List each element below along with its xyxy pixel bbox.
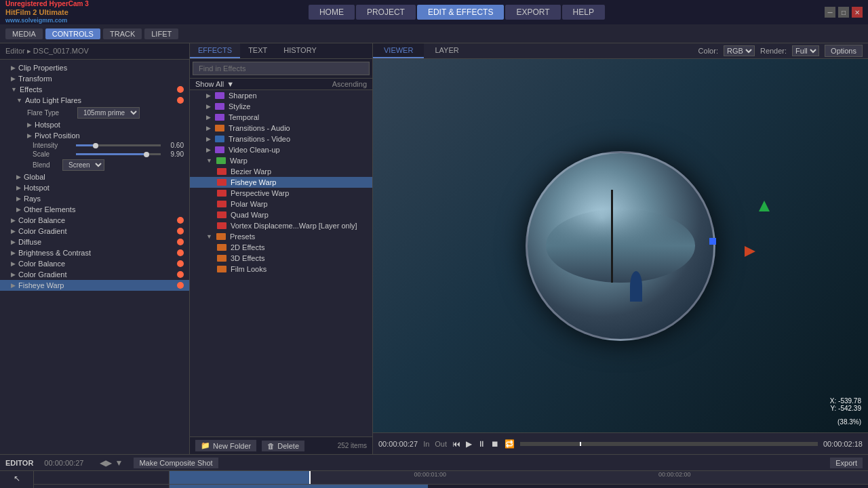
tab-text[interactable]: TEXT bbox=[240, 43, 275, 58]
expand-btn[interactable]: ◀▶ bbox=[100, 458, 112, 468]
left-item-colorbalance1[interactable]: ▶ Color Balance bbox=[0, 215, 189, 226]
tab-effects[interactable]: EFFECTS bbox=[190, 43, 240, 58]
delete-button[interactable]: 🗑 Delete bbox=[262, 441, 304, 451]
options-button[interactable]: Options bbox=[825, 45, 863, 57]
play-start-button[interactable]: ⏮ bbox=[452, 439, 460, 449]
left-item-hotspot[interactable]: ▶ Hotspot bbox=[0, 119, 189, 130]
marker-green bbox=[759, 201, 770, 211]
left-item-brightness[interactable]: ▶ Brightness & Contrast bbox=[0, 247, 189, 258]
expand-icon: ▶ bbox=[27, 121, 32, 128]
left-item-global[interactable]: ▶ Global bbox=[0, 171, 189, 182]
color-select[interactable]: RGB bbox=[724, 45, 755, 56]
eff-label: Fisheye Warp bbox=[231, 178, 276, 186]
nav-export[interactable]: EXPORT bbox=[505, 5, 560, 20]
eff-item-3d-effects[interactable]: 3D Effects bbox=[190, 253, 372, 264]
fisheye-preview bbox=[526, 151, 715, 341]
left-item-colorgradient2[interactable]: ▶ Color Gradient bbox=[0, 269, 189, 280]
eff-icon-temporal bbox=[215, 114, 224, 121]
select-tool[interactable]: ↖ bbox=[14, 474, 20, 483]
tab-media[interactable]: MEDIA bbox=[5, 28, 43, 39]
left-panel-content: ▶ Clip Properties ▶ Transform ▼ Effects … bbox=[0, 60, 189, 454]
minimize-button[interactable]: ─ bbox=[825, 7, 835, 18]
search-input[interactable] bbox=[193, 62, 370, 75]
left-item-colorgradient1[interactable]: ▶ Color Gradient bbox=[0, 226, 189, 237]
eff-item-warp[interactable]: ▼ Warp bbox=[190, 155, 372, 166]
eff-item-presets[interactable]: ▼ Presets bbox=[190, 231, 372, 242]
left-item-other[interactable]: ▶ Other Elements bbox=[0, 204, 189, 215]
viewer-panel: VIEWER LAYER Color: RGB Render: Full Opt… bbox=[373, 43, 868, 454]
track-controls: ↖ ⟺ ⇔ ✂ ⟷ bbox=[0, 471, 34, 488]
export-button[interactable]: Export bbox=[830, 458, 863, 468]
left-item-diffuse[interactable]: ▶ Diffuse bbox=[0, 237, 189, 247]
eff-item-2d-effects[interactable]: 2D Effects bbox=[190, 242, 372, 253]
eff-label: 2D Effects bbox=[231, 243, 265, 251]
blend-select[interactable]: Screen bbox=[62, 159, 104, 171]
eff-icon-polar bbox=[217, 201, 226, 207]
left-panel-header: Editor ▸ DSC_0017.MOV bbox=[0, 43, 189, 60]
left-item-clip-properties[interactable]: ▶ Clip Properties bbox=[0, 62, 189, 73]
eff-item-temporal[interactable]: ▶ Temporal bbox=[190, 112, 372, 123]
timeline-bar: 00:00:00:27 In Out ⏮ ▶ ⏸ ⏹ 🔁 00:00:02:18 bbox=[373, 432, 868, 454]
left-item-effects[interactable]: ▼ Effects bbox=[0, 84, 189, 95]
eff-item-bezier-warp[interactable]: Bezier Warp bbox=[190, 166, 372, 177]
nav-project[interactable]: PROJECT bbox=[356, 5, 416, 20]
eff-item-videocleanup[interactable]: ▶ Video Clean-up bbox=[190, 144, 372, 155]
left-item-hotspot2[interactable]: ▶ Hotspot bbox=[0, 182, 189, 193]
tab-viewer[interactable]: VIEWER bbox=[373, 43, 424, 58]
intensity-slider[interactable] bbox=[76, 144, 161, 146]
eff-icon-3d bbox=[217, 255, 226, 262]
tracks: ⟺ Track Name ▶ ⟺ Video 1 bbox=[34, 485, 868, 488]
eff-item-film-looks[interactable]: Film Looks bbox=[190, 264, 372, 274]
nav-edit-effects[interactable]: EDIT & EFFECTS bbox=[417, 5, 504, 20]
eff-item-vortex-warp[interactable]: Vortex Displaceme...Warp [Layer only] bbox=[190, 220, 372, 231]
left-item-autolight[interactable]: ▼ Auto Light Flares bbox=[0, 95, 189, 106]
eff-item-sharpen[interactable]: ▶ Sharpen bbox=[190, 90, 372, 101]
eff-label: Transitions - Audio bbox=[229, 124, 290, 132]
eff-item-perspective-warp[interactable]: Perspective Warp bbox=[190, 188, 372, 199]
new-folder-button[interactable]: 📁 New Folder bbox=[195, 440, 256, 451]
left-item-fisheyewarp[interactable]: ▶ Fisheye Warp bbox=[0, 280, 189, 291]
eff-item-stylize[interactable]: ▶ Stylize bbox=[190, 101, 372, 112]
play-button[interactable]: ▶ bbox=[466, 439, 472, 449]
flare-type-select[interactable]: 105mm prime bbox=[77, 107, 140, 119]
tab-controls[interactable]: CONTROLS bbox=[45, 28, 100, 39]
expand-icon: ▶ bbox=[11, 260, 16, 267]
timeline-scrubber[interactable] bbox=[520, 442, 818, 446]
loop-button[interactable]: 🔁 bbox=[505, 439, 515, 449]
expand-icon: ▶ bbox=[16, 195, 21, 202]
tri-icon: ▶ bbox=[206, 114, 211, 121]
show-all-button[interactable]: Show All ▼ bbox=[195, 80, 234, 88]
left-item-pivot[interactable]: ▶ Pivot Position bbox=[0, 130, 189, 141]
maximize-button[interactable]: □ bbox=[838, 7, 849, 18]
eff-item-trans-video[interactable]: ▶ Transitions - Video bbox=[190, 134, 372, 144]
item-label: Other Elements bbox=[24, 205, 75, 214]
left-item-colorbalance2[interactable]: ▶ Color Balance bbox=[0, 258, 189, 269]
close-button[interactable]: ✕ bbox=[852, 7, 863, 18]
main-area: Editor ▸ DSC_0017.MOV ▶ Clip Properties … bbox=[0, 43, 868, 454]
tab-lifet[interactable]: LIFET bbox=[144, 28, 178, 39]
new-folder-label: New Folder bbox=[213, 442, 251, 450]
render-select[interactable]: Full bbox=[792, 45, 819, 56]
tab-track[interactable]: TRACK bbox=[103, 28, 142, 39]
play-end-button[interactable]: ⏹ bbox=[491, 439, 499, 449]
left-item-rays[interactable]: ▶ Rays bbox=[0, 193, 189, 204]
scale-label: Scale bbox=[33, 150, 73, 158]
expand-icon: ▶ bbox=[16, 206, 21, 213]
eff-item-quad-warp[interactable]: Quad Warp bbox=[190, 209, 372, 220]
collapse-btn[interactable]: ▼ bbox=[115, 458, 123, 468]
eff-item-polar-warp[interactable]: Polar Warp bbox=[190, 199, 372, 209]
nav-help[interactable]: HELP bbox=[562, 5, 605, 20]
nav-home[interactable]: HOME bbox=[309, 5, 355, 20]
eff-item-trans-audio[interactable]: ▶ Transitions - Audio bbox=[190, 123, 372, 134]
eff-label: Vortex Displaceme...Warp [Layer only] bbox=[231, 222, 357, 230]
fw-dot bbox=[177, 282, 184, 289]
marker-blue bbox=[709, 238, 716, 245]
tab-history[interactable]: HISTORY bbox=[275, 43, 325, 58]
tab-layer[interactable]: LAYER bbox=[424, 43, 469, 58]
pause-button[interactable]: ⏸ bbox=[477, 439, 486, 449]
left-item-transform[interactable]: ▶ Transform bbox=[0, 73, 189, 84]
eff-item-fisheye-warp[interactable]: Fisheye Warp bbox=[190, 177, 372, 188]
effects-dot bbox=[177, 86, 184, 93]
composite-shot-button[interactable]: Make Composite Shot bbox=[134, 458, 218, 468]
scale-slider[interactable] bbox=[76, 153, 161, 155]
